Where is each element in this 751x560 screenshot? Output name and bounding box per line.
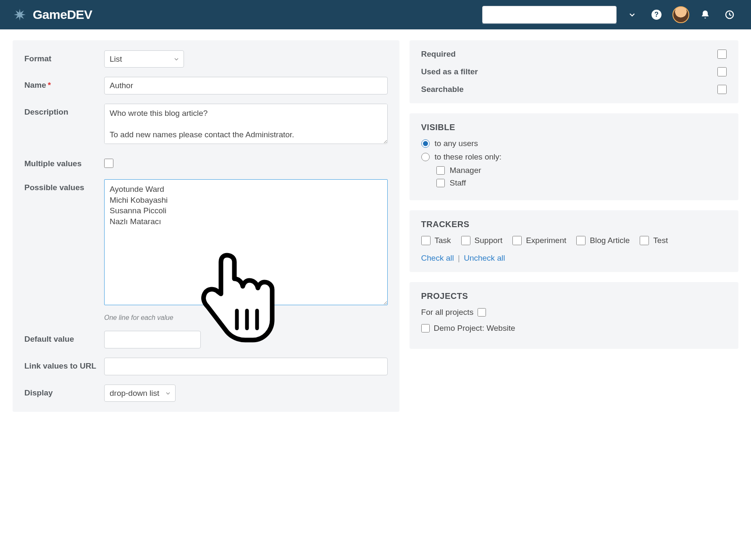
role-staff-checkbox[interactable]: [436, 179, 445, 187]
role-manager-row[interactable]: Manager: [436, 166, 727, 175]
svg-line-1: [612, 12, 614, 15]
chevron-down-icon[interactable]: [623, 11, 641, 18]
multiple-values-checkbox[interactable]: [104, 159, 113, 168]
project-website-checkbox[interactable]: [421, 324, 430, 332]
clock-icon[interactable]: [721, 10, 738, 20]
visible-panel: VISIBLE to any users to these roles only…: [410, 113, 738, 200]
right-column: Required Used as a filter Searchable VIS…: [410, 40, 738, 349]
visible-roles-only-row[interactable]: to these roles only:: [421, 152, 727, 162]
name-label: Name*: [24, 77, 104, 90]
for-all-projects-checkbox[interactable]: [478, 308, 486, 317]
role-manager-checkbox[interactable]: [436, 166, 445, 175]
default-value-label: Default value: [24, 331, 104, 344]
check-all-link[interactable]: Check all: [421, 254, 454, 262]
field-settings-panel: Format List Name* Description Who wrote …: [13, 40, 399, 412]
searchable-checkbox[interactable]: [717, 85, 727, 94]
format-label: Format: [24, 50, 104, 64]
visible-any-users-row[interactable]: to any users: [421, 139, 727, 148]
link-values-label: Link values to URL: [24, 358, 104, 371]
possible-values-label: Possible values: [24, 179, 104, 193]
logo-area[interactable]: GameDEV: [13, 8, 92, 22]
tracker-blog-article-checkbox[interactable]: [576, 236, 586, 245]
search-box[interactable]: [482, 6, 617, 24]
visible-title: VISIBLE: [421, 123, 727, 132]
role-staff-row[interactable]: Staff: [436, 178, 727, 188]
visible-any-users-radio[interactable]: [421, 139, 430, 148]
help-icon[interactable]: ?: [648, 9, 665, 20]
searchable-label: Searchable: [421, 85, 464, 94]
search-input[interactable]: [482, 6, 617, 24]
used-as-filter-label: Used as a filter: [421, 67, 478, 76]
svg-text:?: ?: [654, 10, 659, 18]
projects-panel: PROJECTS For all projects Demo Project: …: [410, 282, 738, 349]
required-checkbox[interactable]: [717, 50, 727, 59]
possible-values-hint: One line for each value: [104, 314, 388, 322]
tracker-experiment-checkbox[interactable]: [512, 236, 522, 245]
description-label: Description: [24, 104, 104, 117]
tracker-task[interactable]: Task: [421, 236, 451, 245]
tracker-test-checkbox[interactable]: [640, 236, 649, 245]
search-icon: [606, 7, 615, 18]
topbar: GameDEV ?: [0, 0, 751, 29]
trackers-panel: TRACKERS Task Support Experiment Blog Ar…: [410, 210, 738, 272]
project-website-row[interactable]: Demo Project: Website: [421, 324, 727, 333]
default-value-input[interactable]: [104, 331, 201, 348]
options-panel: Required Used as a filter Searchable: [410, 40, 738, 103]
trackers-title: TRACKERS: [421, 220, 727, 229]
possible-values-textarea[interactable]: Ayotunde Ward Michi Kobayashi Susanna Pi…: [104, 179, 388, 305]
avatar[interactable]: [672, 6, 690, 23]
display-select[interactable]: drop-down list: [104, 385, 176, 402]
uncheck-all-link[interactable]: Uncheck all: [464, 254, 505, 262]
tracker-blog-article[interactable]: Blog Article: [576, 236, 630, 245]
used-as-filter-checkbox[interactable]: [717, 67, 727, 76]
link-values-input[interactable]: [104, 358, 388, 375]
tracker-experiment[interactable]: Experiment: [512, 236, 566, 245]
svg-point-0: [607, 8, 612, 13]
tracker-test[interactable]: Test: [640, 236, 668, 245]
description-textarea[interactable]: Who wrote this blog article? To add new …: [104, 104, 388, 144]
format-select[interactable]: List: [104, 50, 184, 68]
tracker-support-checkbox[interactable]: [461, 236, 470, 245]
asterisk-icon: [13, 8, 27, 22]
content: Format List Name* Description Who wrote …: [0, 29, 751, 424]
for-all-projects-row[interactable]: For all projects: [421, 308, 727, 317]
name-input[interactable]: [104, 77, 388, 94]
visible-roles-only-radio[interactable]: [421, 153, 430, 161]
tracker-task-checkbox[interactable]: [421, 236, 431, 245]
display-label: Display: [24, 385, 104, 398]
app-name: GameDEV: [33, 8, 92, 22]
multiple-values-label: Multiple values: [24, 155, 104, 169]
tracker-support[interactable]: Support: [461, 236, 503, 245]
bell-icon[interactable]: [696, 10, 714, 20]
required-label: Required: [421, 50, 456, 59]
projects-title: PROJECTS: [421, 291, 727, 301]
